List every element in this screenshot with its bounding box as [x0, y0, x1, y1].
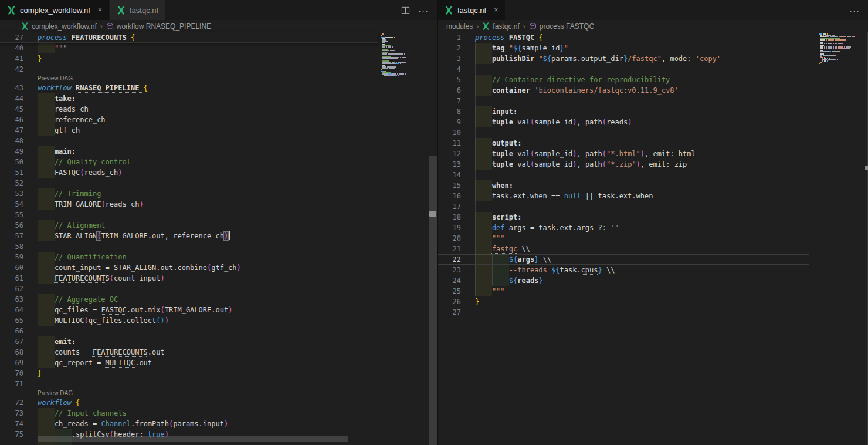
tab-fastqc-nf[interactable]: fastqc.nf — [110, 0, 166, 20]
code-line[interactable]: 18script: — [438, 212, 809, 222]
code-editor[interactable]: 27process FEATURECOUNTS {40"""41}42Previ… — [0, 32, 437, 445]
code-text: ${args} \\ — [509, 254, 551, 265]
code-token: count_input = STAR_ALIGN.out.combine — [55, 264, 207, 272]
codelens-preview-dag[interactable]: Preview DAG — [0, 75, 378, 83]
code-line[interactable]: 68counts = FEATURECOUNTS.out — [0, 347, 378, 358]
code-line[interactable]: 10 — [438, 127, 809, 138]
code-line[interactable]: 69qc_report = MULTIQC.out — [0, 358, 378, 368]
code-line[interactable]: 62 — [0, 284, 378, 294]
code-line[interactable]: 47gtf_ch — [0, 125, 378, 136]
code-line[interactable]: 54TRIM_GALORE(reads_ch) — [0, 199, 378, 210]
code-line[interactable]: 3publishDir "${params.output_dir}/fastqc… — [438, 53, 809, 64]
scrollbar-grip[interactable] — [429, 211, 436, 217]
breadcrumb-item[interactable]: fastqc.nf — [482, 22, 519, 31]
code-line[interactable]: 55 — [0, 210, 378, 220]
code-line[interactable]: 14 — [438, 170, 809, 180]
code-line[interactable]: 8input: — [438, 106, 809, 117]
code-line[interactable]: 41} — [0, 53, 378, 64]
code-token: reads_ch — [84, 168, 118, 177]
code-editor[interactable]: 1process FASTQC {2tag "${sample_id}"3pub… — [438, 32, 868, 445]
vertical-scrollbar[interactable] — [429, 156, 437, 445]
code-line[interactable]: 12tuple val(sample_id), path("*.html"), … — [438, 149, 809, 159]
code-line[interactable]: 40""" — [0, 43, 378, 53]
breadcrumb-item[interactable]: workflow RNASEQ_PIPELINE — [106, 22, 211, 31]
minimap[interactable] — [381, 33, 428, 76]
code-line[interactable]: 23--threads ${task.cpus} \\ — [438, 265, 809, 275]
code-line[interactable]: 16task.ext.when == null || task.ext.when — [438, 191, 809, 201]
more-actions-icon[interactable]: ··· — [418, 5, 429, 15]
code-line[interactable]: 57STAR_ALIGN(TRIM_GALORE.out, reference_… — [0, 231, 378, 241]
code-line[interactable]: 71 — [0, 379, 378, 389]
code-line[interactable]: 58 — [0, 241, 378, 252]
code-line[interactable]: 56// Alignment — [0, 220, 378, 231]
code-line[interactable]: 61FEATURECOUNTS(count_input) — [0, 273, 378, 284]
code-token: || task.ext.when — [581, 192, 653, 200]
code-line[interactable]: 26} — [438, 296, 809, 307]
code-line[interactable]: 59// Quantification — [0, 252, 378, 262]
tab-close-icon[interactable]: × — [98, 6, 102, 14]
code-line[interactable]: 70} — [0, 368, 378, 379]
code-token: ) — [161, 316, 165, 325]
window-scrollbar-marker[interactable] — [865, 166, 868, 170]
code-line[interactable]: 51FASTQC(reads_ch) — [0, 167, 378, 178]
code-line[interactable]: 53// Trimming — [0, 188, 378, 199]
code-line[interactable]: 7 — [438, 96, 809, 106]
codelens-preview-dag[interactable]: Preview DAG — [0, 389, 378, 397]
indent-highlight — [475, 233, 492, 244]
breadcrumb-item[interactable]: process FASTQC — [529, 22, 594, 31]
code-line[interactable]: 19def args = task.ext.args ?: '' — [438, 222, 809, 233]
code-line[interactable]: 67emit: — [0, 336, 378, 347]
breadcrumb-item[interactable]: modules — [446, 22, 473, 31]
code-text: input: — [492, 106, 517, 117]
code-line[interactable]: 2tag "${sample_id}" — [438, 43, 809, 53]
code-line[interactable]: 5// Container directive for reproducibil… — [438, 75, 809, 85]
code-line[interactable]: 74ch_reads = Channel.fromPath(params.inp… — [0, 419, 378, 429]
code-line[interactable]: 60count_input = STAR_ALIGN.out.combine(g… — [0, 262, 378, 273]
indent-highlight — [38, 408, 55, 419]
code-line[interactable]: 63// Aggregate QC — [0, 294, 378, 305]
more-actions-icon[interactable]: ··· — [849, 5, 860, 15]
code-line[interactable]: 15when: — [438, 180, 809, 191]
breadcrumb-item[interactable]: complex_workflow.nf — [21, 22, 97, 31]
code-line[interactable]: 4 — [438, 64, 809, 75]
code-line[interactable]: 22${args} \\ — [438, 254, 809, 265]
code-line[interactable]: 17 — [438, 201, 809, 212]
code-line[interactable]: 52 — [0, 178, 378, 188]
code-line[interactable]: 13tuple val(sample_id), path("*.zip"), e… — [438, 159, 809, 170]
code-line[interactable]: 21fastqc \\ — [438, 244, 809, 254]
tab-close-icon[interactable]: × — [494, 6, 498, 14]
tab-fastqc-nf[interactable]: fastqc.nf× — [438, 0, 506, 20]
code-line[interactable]: 50// Quality control — [0, 157, 378, 167]
code-line[interactable]: 43workflow RNASEQ_PIPELINE { — [0, 83, 378, 93]
code-line[interactable]: 11output: — [438, 138, 809, 149]
code-line[interactable]: 66 — [0, 326, 378, 336]
code-line[interactable]: 65MULTIQC(qc_files.collect()) — [0, 315, 378, 326]
code-line[interactable]: 64qc_files = FASTQC.out.mix(TRIM_GALORE.… — [0, 305, 378, 315]
breadcrumb-separator-icon: › — [100, 22, 103, 31]
code-line[interactable]: 25""" — [438, 286, 809, 296]
code-token: ( — [161, 306, 165, 314]
code-line[interactable]: 24${reads} — [438, 275, 809, 286]
code-line[interactable]: 49main: — [0, 146, 378, 157]
split-editor-icon[interactable] — [401, 6, 410, 15]
sticky-scroll-line[interactable]: 27process FEATURECOUNTS { — [0, 32, 378, 43]
code-line[interactable]: 6container 'biocontainers/fastqc:v0.11.9… — [438, 85, 809, 96]
line-number: 12 — [438, 149, 461, 159]
code-line[interactable]: 42 — [0, 64, 378, 75]
horizontal-scrollbar[interactable] — [38, 436, 348, 442]
tab-complex_workflow-nf[interactable]: complex_workflow.nf× — [0, 0, 110, 20]
code-token: FEATURECOUNTS — [55, 274, 110, 282]
code-line[interactable]: 72workflow { — [0, 397, 378, 408]
code-line[interactable]: 45reads_ch — [0, 104, 378, 114]
minimap[interactable] — [819, 33, 856, 65]
code-line[interactable]: 27 — [438, 307, 809, 318]
code-line[interactable]: 46reference_ch — [0, 114, 378, 125]
code-line[interactable]: 20""" — [438, 233, 809, 244]
code-line[interactable]: 44take: — [0, 93, 378, 104]
code-line[interactable]: 48 — [0, 136, 378, 146]
code-token: " — [564, 44, 568, 52]
code-line[interactable]: 73// Input channels — [0, 408, 378, 419]
code-line[interactable]: 1process FASTQC { — [438, 32, 809, 43]
code-line[interactable]: 9tuple val(sample_id), path(reads) — [438, 117, 809, 127]
code-token: process — [475, 33, 509, 42]
